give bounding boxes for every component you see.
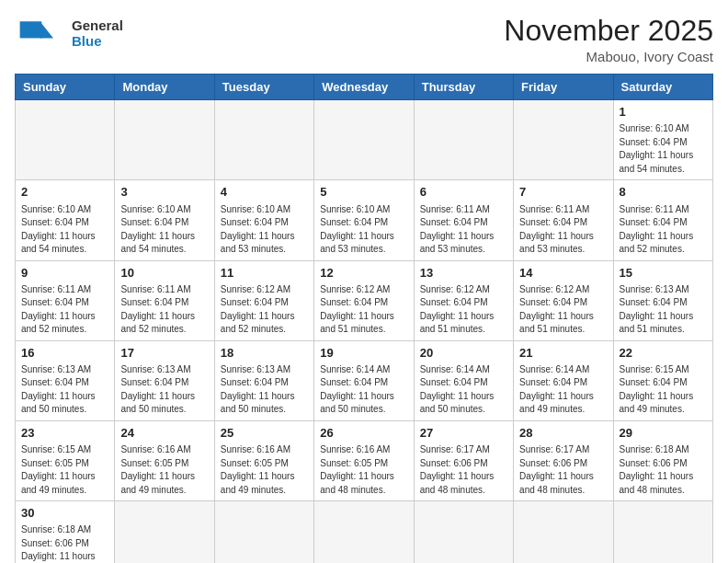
day-cell-6: 6Sunrise: 6:11 AM Sunset: 6:04 PM Daylig… — [414, 180, 513, 260]
week-row-4: 16Sunrise: 6:13 AM Sunset: 6:04 PM Dayli… — [16, 340, 713, 420]
day-cell-26: 26Sunrise: 6:16 AM Sunset: 6:05 PM Dayli… — [314, 420, 414, 500]
weekday-header-saturday: Saturday — [613, 75, 712, 100]
week-row-5: 23Sunrise: 6:15 AM Sunset: 6:05 PM Dayli… — [16, 420, 713, 500]
day-number: 28 — [519, 425, 607, 442]
day-number: 4 — [221, 184, 308, 201]
svg-rect-1 — [20, 21, 42, 38]
day-info: Sunrise: 6:11 AM Sunset: 6:04 PM Dayligh… — [21, 283, 108, 337]
empty-cell — [214, 100, 313, 180]
day-number: 9 — [21, 265, 108, 282]
day-number: 23 — [21, 425, 108, 442]
week-row-6: 30Sunrise: 6:18 AM Sunset: 6:06 PM Dayli… — [16, 501, 713, 563]
day-number: 13 — [420, 265, 507, 282]
day-number: 15 — [620, 265, 707, 282]
day-info: Sunrise: 6:11 AM Sunset: 6:04 PM Dayligh… — [420, 203, 507, 257]
day-info: Sunrise: 6:18 AM Sunset: 6:06 PM Dayligh… — [620, 443, 707, 497]
day-number: 29 — [620, 425, 707, 442]
empty-cell — [115, 100, 214, 180]
weekday-header-tuesday: Tuesday — [214, 75, 313, 100]
day-info: Sunrise: 6:12 AM Sunset: 6:04 PM Dayligh… — [519, 283, 607, 337]
day-cell-20: 20Sunrise: 6:14 AM Sunset: 6:04 PM Dayli… — [414, 340, 513, 420]
weekday-header-sunday: Sunday — [16, 75, 115, 100]
day-cell-16: 16Sunrise: 6:13 AM Sunset: 6:04 PM Dayli… — [16, 340, 115, 420]
week-row-2: 2Sunrise: 6:10 AM Sunset: 6:04 PM Daylig… — [16, 180, 713, 260]
day-cell-30: 30Sunrise: 6:18 AM Sunset: 6:06 PM Dayli… — [16, 501, 115, 563]
day-cell-2: 2Sunrise: 6:10 AM Sunset: 6:04 PM Daylig… — [16, 180, 115, 260]
day-number: 27 — [420, 425, 507, 442]
page-header: GeneralBlue November 2025 Mabouo, Ivory … — [15, 15, 713, 64]
day-number: 20 — [420, 345, 507, 362]
day-cell-10: 10Sunrise: 6:11 AM Sunset: 6:04 PM Dayli… — [115, 260, 214, 340]
day-info: Sunrise: 6:12 AM Sunset: 6:04 PM Dayligh… — [221, 283, 308, 337]
day-number: 30 — [21, 505, 108, 522]
day-cell-22: 22Sunrise: 6:15 AM Sunset: 6:04 PM Dayli… — [613, 340, 712, 420]
weekday-header-thursday: Thursday — [414, 75, 513, 100]
empty-cell — [214, 501, 313, 563]
day-cell-4: 4Sunrise: 6:10 AM Sunset: 6:04 PM Daylig… — [214, 180, 313, 260]
day-number: 3 — [120, 184, 208, 201]
empty-cell — [314, 100, 414, 180]
day-number: 16 — [21, 345, 108, 362]
day-cell-3: 3Sunrise: 6:10 AM Sunset: 6:04 PM Daylig… — [115, 180, 214, 260]
day-cell-25: 25Sunrise: 6:16 AM Sunset: 6:05 PM Dayli… — [214, 420, 313, 500]
day-info: Sunrise: 6:10 AM Sunset: 6:04 PM Dayligh… — [620, 122, 707, 176]
title-block: November 2025 Mabouo, Ivory Coast — [504, 15, 713, 64]
logo-general: General — [72, 17, 123, 33]
day-cell-19: 19Sunrise: 6:14 AM Sunset: 6:04 PM Dayli… — [314, 340, 414, 420]
day-cell-29: 29Sunrise: 6:18 AM Sunset: 6:06 PM Dayli… — [613, 420, 712, 500]
day-number: 5 — [320, 184, 407, 201]
day-cell-17: 17Sunrise: 6:13 AM Sunset: 6:04 PM Dayli… — [115, 340, 214, 420]
logo-blue: Blue — [72, 33, 123, 49]
day-info: Sunrise: 6:14 AM Sunset: 6:04 PM Dayligh… — [420, 363, 507, 417]
logo: GeneralBlue — [15, 15, 123, 52]
weekday-header-monday: Monday — [115, 75, 214, 100]
empty-cell — [115, 501, 214, 563]
day-number: 6 — [420, 184, 507, 201]
day-number: 21 — [519, 345, 607, 362]
empty-cell — [314, 501, 414, 563]
day-info: Sunrise: 6:16 AM Sunset: 6:05 PM Dayligh… — [120, 443, 208, 497]
day-cell-7: 7Sunrise: 6:11 AM Sunset: 6:04 PM Daylig… — [514, 180, 613, 260]
day-number: 2 — [21, 184, 108, 201]
month-title: November 2025 — [504, 15, 713, 47]
day-info: Sunrise: 6:14 AM Sunset: 6:04 PM Dayligh… — [519, 363, 607, 417]
day-info: Sunrise: 6:14 AM Sunset: 6:04 PM Dayligh… — [320, 363, 407, 417]
day-cell-18: 18Sunrise: 6:13 AM Sunset: 6:04 PM Dayli… — [214, 340, 313, 420]
day-number: 1 — [620, 104, 707, 121]
calendar-table: SundayMondayTuesdayWednesdayThursdayFrid… — [15, 74, 713, 563]
day-info: Sunrise: 6:15 AM Sunset: 6:04 PM Dayligh… — [620, 363, 707, 417]
day-number: 12 — [320, 265, 407, 282]
empty-cell — [514, 501, 613, 563]
day-info: Sunrise: 6:10 AM Sunset: 6:04 PM Dayligh… — [221, 203, 308, 257]
svg-marker-0 — [40, 21, 53, 38]
day-info: Sunrise: 6:13 AM Sunset: 6:04 PM Dayligh… — [620, 283, 707, 337]
day-cell-12: 12Sunrise: 6:12 AM Sunset: 6:04 PM Dayli… — [314, 260, 414, 340]
day-info: Sunrise: 6:13 AM Sunset: 6:04 PM Dayligh… — [120, 363, 208, 417]
logo-icon — [15, 15, 55, 52]
day-cell-28: 28Sunrise: 6:17 AM Sunset: 6:06 PM Dayli… — [514, 420, 613, 500]
week-row-1: 1Sunrise: 6:10 AM Sunset: 6:04 PM Daylig… — [16, 100, 713, 180]
day-info: Sunrise: 6:11 AM Sunset: 6:04 PM Dayligh… — [519, 203, 607, 257]
day-info: Sunrise: 6:16 AM Sunset: 6:05 PM Dayligh… — [221, 443, 308, 497]
day-cell-9: 9Sunrise: 6:11 AM Sunset: 6:04 PM Daylig… — [16, 260, 115, 340]
day-cell-15: 15Sunrise: 6:13 AM Sunset: 6:04 PM Dayli… — [613, 260, 712, 340]
day-number: 25 — [221, 425, 308, 442]
day-number: 17 — [120, 345, 208, 362]
day-info: Sunrise: 6:17 AM Sunset: 6:06 PM Dayligh… — [519, 443, 607, 497]
day-cell-5: 5Sunrise: 6:10 AM Sunset: 6:04 PM Daylig… — [314, 180, 414, 260]
location: Mabouo, Ivory Coast — [504, 49, 713, 64]
day-number: 14 — [519, 265, 607, 282]
day-number: 22 — [620, 345, 707, 362]
day-info: Sunrise: 6:12 AM Sunset: 6:04 PM Dayligh… — [320, 283, 407, 337]
day-info: Sunrise: 6:13 AM Sunset: 6:04 PM Dayligh… — [221, 363, 308, 417]
day-number: 10 — [120, 265, 208, 282]
day-number: 7 — [519, 184, 607, 201]
day-cell-24: 24Sunrise: 6:16 AM Sunset: 6:05 PM Dayli… — [115, 420, 214, 500]
day-info: Sunrise: 6:13 AM Sunset: 6:04 PM Dayligh… — [21, 363, 108, 417]
weekday-header-row: SundayMondayTuesdayWednesdayThursdayFrid… — [16, 75, 713, 100]
empty-cell — [414, 501, 513, 563]
day-info: Sunrise: 6:17 AM Sunset: 6:06 PM Dayligh… — [420, 443, 507, 497]
day-number: 26 — [320, 425, 407, 442]
day-number: 19 — [320, 345, 407, 362]
day-info: Sunrise: 6:10 AM Sunset: 6:04 PM Dayligh… — [320, 203, 407, 257]
